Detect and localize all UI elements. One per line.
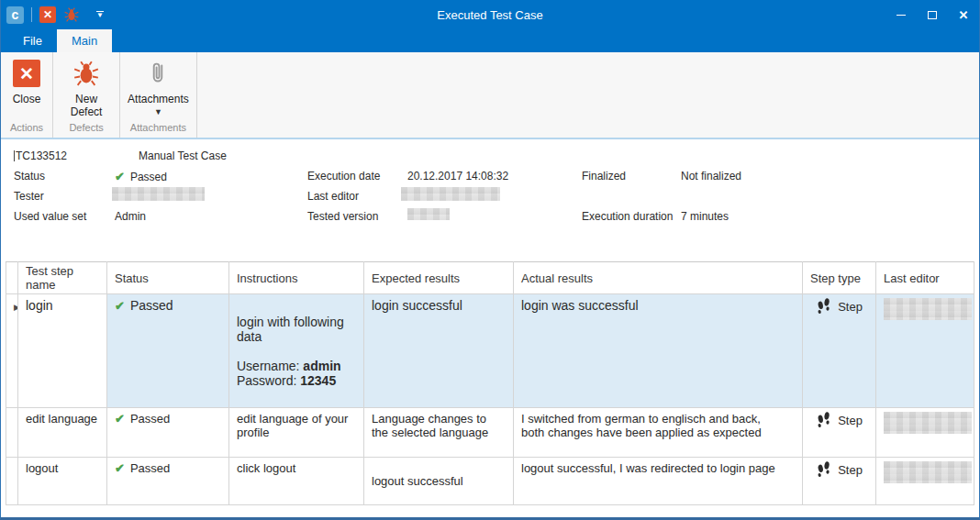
- column-header-instructions[interactable]: Instructions: [229, 262, 364, 294]
- used-value-set-label: Used value set: [14, 210, 86, 223]
- cell-text: Language changes to the selected languag…: [372, 412, 488, 439]
- cell-last-editor[interactable]: [876, 294, 974, 408]
- cell-instructions[interactable]: click logout: [229, 458, 364, 505]
- tab-main[interactable]: Main: [57, 29, 112, 52]
- close-icon: ✕: [959, 9, 969, 21]
- cell-text: login was successful: [521, 298, 639, 313]
- cell-text: edit language of your profile: [237, 412, 348, 439]
- attachments-dropdown-icon: ▼: [154, 108, 162, 116]
- close-button[interactable]: ✕ Close: [3, 58, 50, 107]
- ribbon: ✕ Close Actions: [1, 52, 979, 139]
- cell-text: click logout: [237, 461, 295, 475]
- divider: [31, 7, 32, 22]
- cell-status[interactable]: ✔Passed: [107, 458, 229, 505]
- bug-icon: [72, 60, 100, 87]
- test-step-row-edit-language[interactable]: edit language✔Passededit language of you…: [6, 408, 974, 458]
- step-type-content: Step: [810, 412, 868, 429]
- status-value: ✔Passed: [115, 170, 167, 183]
- executed-test-case-window: c ✕ ▼ Executed Test Case: [0, 0, 980, 520]
- close-x-icon: ✕: [13, 60, 40, 87]
- cell-instructions[interactable]: login with following data Username: admi…: [229, 294, 364, 408]
- tester-label: Tester: [14, 190, 44, 203]
- cell-text: logout: [26, 461, 58, 475]
- group-caption-actions: Actions: [1, 122, 52, 138]
- test-case-details: TC133512 Manual Test Case Status ✔Passed…: [1, 139, 979, 261]
- cell-text: edit language: [26, 412, 97, 426]
- cell-text: I switched from german to englisch and b…: [521, 412, 762, 439]
- focused-row-marker-icon: ▶: [14, 303, 18, 312]
- ribbon-tabbar: File Main: [1, 29, 979, 52]
- footprints-icon: [816, 298, 831, 315]
- close-window-button[interactable]: ✕: [948, 0, 979, 29]
- test-case-id-field[interactable]: TC133512: [14, 149, 67, 162]
- app-logo-icon[interactable]: c: [6, 6, 24, 24]
- minimize-button[interactable]: [885, 0, 917, 29]
- footprints-icon: [816, 412, 831, 429]
- cell-test-step-name[interactable]: logout: [18, 458, 107, 505]
- cell-step-type[interactable]: Step: [803, 408, 876, 458]
- test-case-type: Manual Test Case: [139, 149, 227, 162]
- cell-text: login successful: [372, 298, 462, 313]
- last-editor-redacted: [884, 461, 972, 483]
- quick-close-icon[interactable]: ✕: [39, 6, 56, 23]
- cell-expected-results[interactable]: login successful: [364, 294, 514, 408]
- cell-text: logout successful: [372, 474, 463, 488]
- cell-step-type[interactable]: Step: [803, 458, 876, 505]
- tester-value-redacted: [112, 187, 205, 201]
- minimize-icon: [896, 15, 906, 16]
- column-header-last-editor[interactable]: Last editor: [876, 262, 974, 294]
- footprints-icon: [816, 461, 831, 479]
- status-label: Status: [14, 170, 45, 183]
- test-step-row-logout[interactable]: logout✔Passedclick logoutlogout successf…: [6, 458, 974, 505]
- check-icon: ✔: [115, 299, 125, 313]
- cell-test-step-name[interactable]: edit language: [18, 408, 107, 458]
- ribbon-group-defects: New Defect Defects: [53, 52, 120, 138]
- ribbon-group-actions: ✕ Close Actions: [1, 52, 53, 138]
- titlebar: c ✕ ▼ Executed Test Case: [1, 0, 979, 29]
- cell-instructions[interactable]: edit language of your profile: [229, 408, 364, 458]
- cell-test-step-name[interactable]: login: [18, 294, 107, 408]
- cell-last-editor[interactable]: [876, 408, 974, 458]
- check-icon: ✔: [115, 461, 125, 475]
- column-header-expected-results[interactable]: Expected results: [364, 262, 514, 294]
- column-header-actual-results[interactable]: Actual results: [514, 262, 803, 294]
- customize-toolbar-chevron-icon[interactable]: ▼: [96, 11, 104, 18]
- cell-expected-results[interactable]: logout successful: [364, 458, 514, 505]
- step-type-content: Step: [810, 298, 868, 315]
- execution-date-label: Execution date: [307, 170, 380, 183]
- attachments-button[interactable]: Attachments ▼: [122, 58, 195, 117]
- cell-step-type[interactable]: Step: [803, 294, 876, 408]
- column-header-step-type[interactable]: Step type: [803, 262, 876, 294]
- last-editor-label: Last editor: [307, 190, 359, 203]
- cell-status[interactable]: ✔Passed: [107, 294, 229, 408]
- column-header-test-step-name[interactable]: Test step name: [18, 262, 107, 294]
- cell-text: logout successful, I was redirected to l…: [521, 461, 775, 475]
- cell-actual-results[interactable]: I switched from german to englisch and b…: [514, 408, 803, 458]
- cell-text: login: [26, 298, 53, 313]
- cell-actual-results[interactable]: logout successful, I was redirected to l…: [514, 458, 803, 505]
- quick-new-defect-bug-icon[interactable]: [63, 6, 80, 23]
- cell-last-editor[interactable]: [876, 458, 974, 505]
- paperclip-icon: [144, 60, 172, 87]
- cell-status[interactable]: ✔Passed: [107, 408, 229, 458]
- row-indicator[interactable]: ▶: [6, 294, 18, 408]
- maximize-button[interactable]: [917, 0, 948, 29]
- execution-duration-value: 7 minutes: [681, 210, 729, 223]
- cell-actual-results[interactable]: login was successful: [514, 294, 803, 408]
- quick-access-toolbar: c ✕ ▼: [1, 6, 104, 24]
- cell-expected-results[interactable]: Language changes to the selected languag…: [364, 408, 514, 458]
- new-defect-button[interactable]: New Defect: [55, 58, 117, 120]
- test-steps-grid: Test step nameStatusInstructionsExpected…: [6, 261, 974, 505]
- finalized-label: Finalized: [582, 170, 626, 183]
- row-indicator[interactable]: [6, 458, 18, 505]
- column-header-status[interactable]: Status: [107, 262, 229, 294]
- last-editor-redacted: [884, 298, 972, 320]
- test-step-row-login[interactable]: ▶login✔Passedlogin with following data U…: [6, 294, 974, 408]
- row-indicator[interactable]: [6, 408, 18, 458]
- cell-text: login with following data Username: admi…: [237, 315, 344, 388]
- window-title: Executed Test Case: [1, 8, 979, 22]
- step-type-content: Step: [810, 461, 868, 479]
- tab-file[interactable]: File: [8, 29, 57, 52]
- last-editor-redacted: [884, 412, 972, 434]
- window-controls: ✕: [885, 0, 979, 29]
